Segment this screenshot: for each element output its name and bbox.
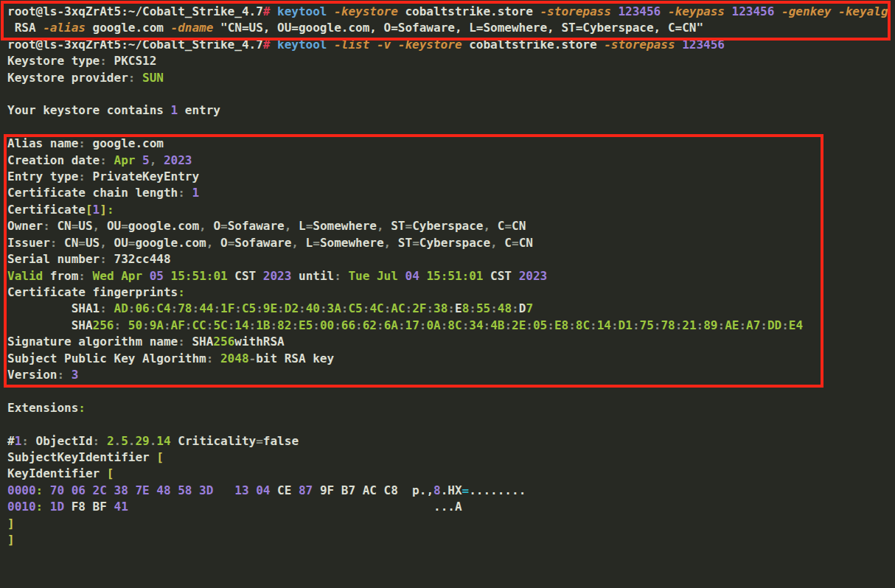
text-segment: Cyberspace — [419, 236, 490, 250]
text-segment: : — [256, 301, 263, 315]
text-segment: 1D — [50, 500, 64, 514]
text-segment: - — [249, 351, 257, 365]
text-segment: [ — [107, 466, 114, 480]
terminal-line: Valid from: Wed Apr 05 15:51:01 CST 2023… — [7, 268, 895, 284]
text-segment: : — [100, 153, 114, 167]
terminal-line: root@ls-3xqZrAt5:~/Cobalt_Strike_4.7# ke… — [7, 4, 895, 20]
text-segment: 2E — [512, 318, 526, 332]
text-segment: : — [355, 318, 363, 332]
terminal-line — [7, 86, 895, 102]
text-segment: 4C — [369, 301, 383, 315]
terminal-line — [7, 119, 895, 136]
terminal-output: root@ls-3xqZrAt5:~/Cobalt_Strike_4.7# ke… — [7, 4, 895, 548]
text-segment: : — [36, 500, 43, 514]
text-segment: Valid — [7, 269, 43, 283]
text-segment: : — [178, 335, 192, 349]
text-segment: google.com — [128, 219, 199, 233]
text-segment: : — [78, 401, 92, 415]
text-segment: US — [78, 219, 92, 233]
text-segment: # — [7, 434, 15, 448]
text-segment: 1 — [192, 186, 199, 200]
text-segment: 14 — [156, 434, 170, 448]
text-segment: E — [455, 301, 462, 315]
text-segment: : — [504, 318, 512, 332]
text-segment: : — [228, 318, 235, 332]
text-segment: L — [299, 219, 306, 233]
text-segment: : — [270, 318, 277, 332]
terminal-line: Creation date: Apr 5, 2023 — [7, 153, 895, 169]
text-segment: -storepass — [597, 38, 675, 52]
text-segment: false — [263, 434, 299, 448]
text-segment: Somewhere — [320, 236, 384, 250]
text-segment: = — [462, 483, 470, 497]
text-segment — [43, 500, 50, 514]
terminal-line: Issuer: CN=US, OU=google.com, O=Sofaware… — [7, 235, 895, 251]
text-segment: 8 — [462, 301, 470, 315]
text-segment: CST — [483, 269, 518, 283]
text-segment: KeyIdentifier — [7, 466, 107, 480]
text-segment: : — [739, 318, 746, 332]
text-segment: 8 — [433, 483, 441, 497]
text-segment: = — [228, 236, 235, 250]
text-segment: 1F — [220, 301, 234, 315]
text-segment: Version — [7, 368, 57, 382]
text-segment: , — [377, 219, 391, 233]
text-segment: 15:51:01 — [171, 269, 228, 283]
terminal-line: KeyIdentifier [ — [7, 466, 895, 482]
text-segment — [43, 483, 50, 497]
terminal-line: Subject Public Key Algorithm: 2048-bit R… — [7, 351, 895, 367]
text-segment: A7 — [746, 318, 760, 332]
text-segment: -keypass — [661, 4, 725, 18]
text-segment: : — [249, 318, 257, 332]
text-segment: 3 — [72, 368, 79, 382]
text-segment: CST — [228, 269, 263, 283]
text-segment: : — [164, 318, 171, 332]
text-segment: -keystore — [327, 4, 397, 18]
text-segment: [ — [156, 450, 164, 464]
terminal-line: 0010: 1D F8 BF 41 ...A — [7, 499, 895, 515]
text-segment: Certificate chain length — [7, 186, 178, 200]
text-segment: google.com — [86, 21, 164, 35]
text-segment: CN — [64, 236, 78, 250]
text-segment: : — [234, 301, 242, 315]
terminal-line: RSA -alias google.com -dname "CN=US, OU=… — [7, 20, 895, 36]
text-segment: 2048 — [220, 351, 249, 365]
text-segment: -keystore — [391, 38, 462, 52]
text-segment: C4 — [156, 301, 170, 315]
text-segment: 8C — [576, 318, 590, 332]
text-segment: : — [93, 434, 107, 448]
text-segment: 2023 — [519, 269, 548, 283]
text-segment: : — [178, 186, 192, 200]
terminal-line: Extensions: — [7, 400, 895, 416]
text-segment: : — [781, 318, 789, 332]
text-segment: SHA — [7, 318, 93, 332]
text-segment — [135, 153, 142, 167]
text-segment: OU — [107, 219, 121, 233]
terminal-screen[interactable]: root@ls-3xqZrAt5:~/Cobalt_Strike_4.7# ke… — [0, 0, 895, 588]
text-segment: = — [405, 219, 413, 233]
text-segment: D1 — [619, 318, 633, 332]
text-segment: : — [398, 318, 405, 332]
text-segment: Signature algorithm name — [7, 335, 178, 349]
text-segment: = — [306, 219, 313, 233]
terminal-line: Entry type: PrivateKeyEntry — [7, 169, 895, 185]
text-segment: 6A — [384, 318, 398, 332]
text-segment: 34 — [469, 318, 483, 332]
text-segment: -keyalg — [831, 4, 888, 18]
text-segment: Wed Apr — [93, 269, 142, 283]
text-segment: 9E — [263, 301, 277, 315]
text-segment: : — [334, 269, 348, 283]
text-segment: Criticality — [171, 434, 257, 448]
text-segment: 5 — [121, 434, 128, 448]
terminal-line: SubjectKeyIdentifier [ — [7, 449, 895, 466]
text-segment: , — [93, 219, 107, 233]
text-segment — [419, 269, 427, 283]
text-segment: 4B — [490, 318, 504, 332]
text-segment: Apr — [114, 153, 136, 167]
terminal-line: Certificate[1]: — [7, 202, 895, 218]
text-segment: 66 — [341, 318, 355, 332]
text-segment: 05 — [150, 269, 164, 283]
text-segment: : — [384, 301, 391, 315]
text-segment: 1 — [93, 203, 100, 217]
text-segment: Subject Public Key Algorithm — [7, 351, 206, 365]
